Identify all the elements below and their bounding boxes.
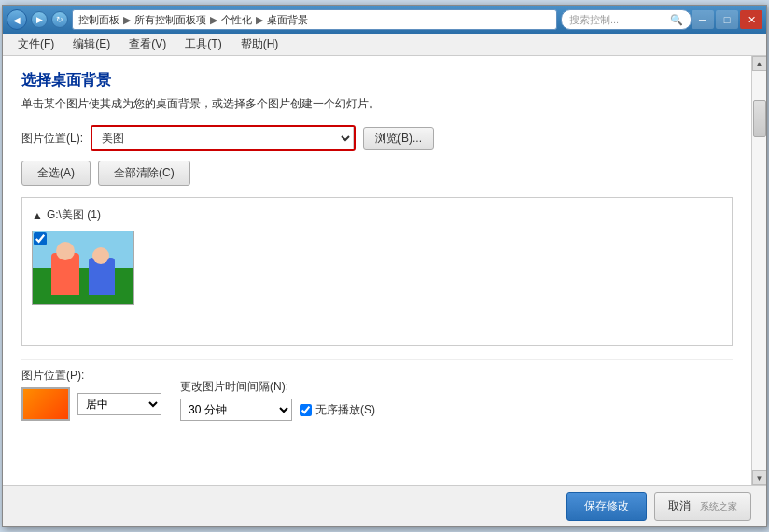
scroll-up-button[interactable]: ▲ (752, 56, 767, 71)
interval-label: 更改图片时间间隔(N): (180, 379, 375, 395)
shuffle-label: 无序播放(S) (315, 402, 375, 418)
address-part-3: 个性化 (221, 13, 252, 27)
title-controls: ─ □ ✕ (692, 10, 762, 29)
gallery-item-checkbox[interactable] (34, 232, 47, 245)
bottom-settings: 图片位置(P): 居中 更改图片时间间隔(N): 30 分钟 (21, 359, 733, 421)
thumbnail-image (33, 231, 133, 304)
interval-setting-group: 更改图片时间间隔(N): 30 分钟 无序播放(S) (180, 379, 375, 421)
refresh-button[interactable]: ↻ (51, 11, 68, 28)
sep3: ▶ (256, 14, 263, 26)
scroll-thumb[interactable] (753, 100, 766, 137)
sep2: ▶ (210, 14, 217, 26)
content-area: 选择桌面背景 单击某个图片使其成为您的桌面背景，或选择多个图片创建一个幻灯片。 … (3, 56, 766, 485)
menu-edit[interactable]: 编辑(E) (65, 35, 118, 54)
address-part-4: 桌面背景 (267, 13, 308, 27)
position-label: 图片位置(P): (21, 368, 161, 384)
shuffle-row: 无序播放(S) (300, 402, 375, 418)
main-window: ◀ ▶ ↻ 控制面板 ▶ 所有控制面板项 ▶ 个性化 ▶ 桌面背景 搜索控制..… (2, 5, 767, 527)
gallery-thumbnail[interactable] (32, 231, 134, 305)
menu-bar: 文件(F) 编辑(E) 查看(V) 工具(T) 帮助(H) (3, 34, 766, 56)
position-preview-row: 居中 (21, 387, 161, 421)
menu-file[interactable]: 文件(F) (10, 35, 62, 54)
bottom-bar: 保存修改 取消 系统之家 (3, 485, 766, 526)
shuffle-checkbox[interactable] (300, 404, 312, 416)
cancel-label: 取消 (668, 498, 691, 514)
scroll-down-button[interactable]: ▼ (752, 470, 767, 485)
title-bar-left: ◀ ▶ ↻ 控制面板 ▶ 所有控制面板项 ▶ 个性化 ▶ 桌面背景 搜索控制..… (7, 9, 692, 30)
title-bar: ◀ ▶ ↻ 控制面板 ▶ 所有控制面板项 ▶ 个性化 ▶ 桌面背景 搜索控制..… (3, 6, 766, 34)
gallery-grid (32, 231, 722, 305)
main-area: 选择桌面背景 单击某个图片使其成为您的桌面背景，或选择多个图片创建一个幻灯片。 … (3, 56, 751, 485)
forward-button[interactable]: ▶ (31, 11, 48, 28)
picture-location-row: 图片位置(L): 美图 浏览(B)... (21, 125, 733, 151)
picture-location-select[interactable]: 美图 (92, 127, 354, 149)
minimize-button[interactable]: ─ (692, 10, 714, 29)
menu-help[interactable]: 帮助(H) (233, 35, 287, 54)
save-button[interactable]: 保存修改 (566, 492, 647, 521)
menu-tools[interactable]: 工具(T) (177, 35, 229, 54)
scroll-track (752, 71, 767, 470)
browse-button[interactable]: 浏览(B)... (363, 127, 434, 150)
gallery-group-name: G:\美图 (1) (47, 207, 101, 223)
position-setting-group: 图片位置(P): 居中 (21, 368, 161, 421)
address-bar[interactable]: 控制面板 ▶ 所有控制面板项 ▶ 个性化 ▶ 桌面背景 (72, 9, 557, 30)
sep1: ▶ (123, 14, 131, 26)
action-buttons: 全选(A) 全部清除(C) (21, 161, 733, 186)
address-part-2: 所有控制面板项 (134, 13, 206, 27)
position-preview-thumb (21, 387, 70, 421)
search-icon: 🔍 (670, 14, 683, 26)
address-part-1: 控制面板 (78, 13, 119, 27)
back-button[interactable]: ◀ (7, 9, 27, 30)
page-subtitle: 单击某个图片使其成为您的桌面背景，或选择多个图片创建一个幻灯片。 (21, 96, 733, 112)
gallery-expand-icon[interactable]: ▲ (32, 209, 43, 222)
figure-2 (89, 258, 115, 295)
maximize-button[interactable]: □ (716, 10, 738, 29)
picture-location-select-wrap: 美图 (91, 125, 356, 151)
figure-1 (51, 253, 79, 295)
close-button[interactable]: ✕ (740, 10, 762, 29)
cancel-button[interactable]: 取消 系统之家 (654, 492, 751, 521)
gallery-item[interactable] (32, 231, 134, 305)
scrollbar: ▲ ▼ (751, 56, 766, 485)
menu-view[interactable]: 查看(V) (121, 35, 174, 54)
select-all-button[interactable]: 全选(A) (21, 161, 91, 186)
search-bar[interactable]: 搜索控制... 🔍 (561, 9, 692, 30)
watermark: 系统之家 (700, 500, 737, 513)
gallery-group-label: ▲ G:\美图 (1) (32, 207, 722, 223)
page-title: 选择桌面背景 (21, 71, 733, 91)
picture-location-label: 图片位置(L): (21, 131, 83, 147)
position-select[interactable]: 居中 (77, 393, 161, 415)
interval-select[interactable]: 30 分钟 (180, 399, 292, 421)
search-placeholder: 搜索控制... (569, 13, 619, 27)
gallery-area: ▲ G:\美图 (1) (21, 197, 733, 346)
clear-all-button[interactable]: 全部清除(C) (98, 161, 190, 186)
